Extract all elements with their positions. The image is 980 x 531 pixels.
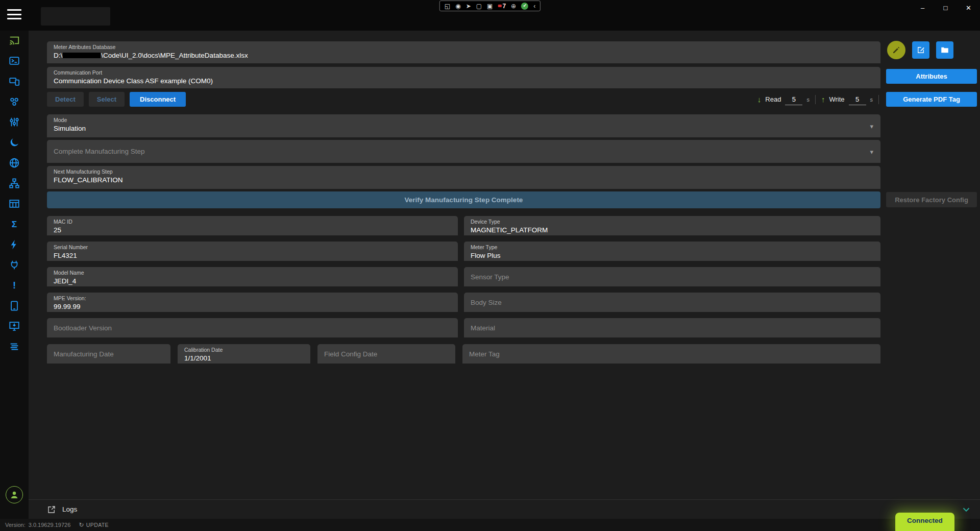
terminal-icon[interactable]: [9, 55, 20, 66]
manufacturing-date-field[interactable]: Manufacturing Date: [47, 344, 170, 364]
detect-button[interactable]: Detect: [47, 92, 84, 107]
cluster-icon[interactable]: [9, 96, 20, 107]
shape-icon[interactable]: ▢: [476, 3, 482, 9]
hierarchy-icon[interactable]: [9, 178, 20, 189]
mpe-version-value: 99.99.99: [54, 302, 451, 311]
chevron-down-icon: ▾: [870, 148, 873, 155]
device-frame-icon[interactable]: [9, 300, 20, 311]
connection-status-badge[interactable]: Connected: [895, 513, 954, 531]
sliders-icon[interactable]: [9, 116, 20, 128]
meter-type-field[interactable]: Meter Type Flow Plus: [464, 242, 880, 261]
check-icon[interactable]: ✔: [521, 3, 528, 10]
calibration-date-label: Calibration Date: [184, 347, 304, 353]
browse-folder-button[interactable]: [936, 41, 953, 59]
field-config-date-field[interactable]: Field Config Date: [317, 344, 455, 364]
account-button[interactable]: [6, 486, 23, 503]
account-icon: [8, 489, 20, 501]
sigma-icon[interactable]: Σ: [9, 219, 20, 230]
camera-icon[interactable]: ◉: [455, 3, 460, 9]
close-button[interactable]: ✕: [957, 0, 980, 15]
logs-label: Logs: [62, 505, 77, 513]
bootloader-version-label: Bootloader Version: [54, 324, 112, 332]
timer-icon[interactable]: 7: [498, 3, 506, 9]
mpe-version-field[interactable]: MPE Version: 99.99.99: [47, 293, 458, 312]
meter-attributes-database-field[interactable]: Meter Attributes Database D:\\Code\UI_2.…: [47, 41, 880, 63]
body-size-field[interactable]: Body Size: [464, 293, 880, 312]
communication-port-field[interactable]: Communication Port Communication Device …: [47, 67, 880, 88]
generate-pdf-tag-button[interactable]: Generate PDF Tag: [886, 92, 977, 107]
globe-icon[interactable]: [9, 157, 20, 168]
read-interval-input[interactable]: 5: [785, 94, 802, 105]
redaction-box: [63, 53, 101, 58]
meter-type-label: Meter Type: [471, 244, 874, 251]
next-manufacturing-step-value: FLOW_CALIBRATION: [54, 176, 874, 184]
window-controls: – □ ✕: [911, 0, 980, 15]
sensor-type-field[interactable]: Sensor Type: [464, 267, 880, 286]
model-name-field[interactable]: Model Name JEDI_4: [47, 267, 458, 286]
divider: [878, 95, 879, 104]
write-interval-input[interactable]: 5: [849, 94, 866, 105]
maximize-button[interactable]: □: [934, 0, 957, 15]
edit-pencil-button[interactable]: [887, 41, 905, 59]
attributes-button[interactable]: Attributes: [886, 69, 977, 84]
next-manufacturing-step-field[interactable]: Next Manufacturing Step FLOW_CALIBRATION: [47, 166, 880, 189]
update-button[interactable]: ↻ UPDATE: [79, 521, 109, 528]
mac-id-value: 25: [54, 226, 451, 234]
chevron-down-icon: ▾: [870, 122, 873, 130]
screen-share-icon[interactable]: ◱: [445, 3, 450, 9]
device-type-field[interactable]: Device Type MAGNETIC_PLATFORM: [464, 216, 880, 235]
logs-collapse-button[interactable]: [961, 504, 972, 515]
capture-toolbar: ◱ ◉ ➤ ▢ ▣ 7 ⊕ ✔ ‹: [439, 1, 541, 11]
alert-icon[interactable]: !: [9, 280, 20, 291]
menu-button[interactable]: [7, 9, 21, 19]
material-field[interactable]: Material: [464, 318, 880, 337]
cast-icon[interactable]: [9, 35, 20, 46]
update-label: UPDATE: [86, 522, 109, 528]
calibration-date-field[interactable]: Calibration Date 1/1/2001: [178, 344, 310, 364]
manufacturing-date-label: Manufacturing Date: [54, 350, 114, 358]
mode-select[interactable]: Mode Simulation ▾: [47, 114, 880, 137]
edit-database-button[interactable]: [912, 41, 929, 59]
meter-tag-field[interactable]: Meter Tag: [462, 344, 880, 364]
model-name-value: JEDI_4: [54, 277, 451, 285]
chevron-left-icon[interactable]: ‹: [533, 3, 535, 9]
pointer-icon[interactable]: ➤: [466, 3, 471, 9]
complete-manufacturing-step-label: Complete Manufacturing Step: [54, 148, 145, 155]
restore-factory-config-button[interactable]: Restore Factory Config: [886, 192, 977, 207]
verify-manufacturing-step-button[interactable]: Verify Manufacturing Step Complete: [47, 191, 880, 208]
calibration-date-value: 1/1/2001: [184, 354, 304, 363]
logs-bar: Logs: [29, 500, 980, 519]
pencil-icon: [892, 45, 901, 55]
monitor-download-icon[interactable]: [9, 321, 20, 332]
mode-value: Simulation: [54, 124, 874, 133]
serial-number-field[interactable]: Serial Number FL4321: [47, 242, 458, 261]
select-button[interactable]: Select: [89, 92, 125, 107]
mac-id-field[interactable]: MAC ID 25: [47, 216, 458, 235]
bolt-icon[interactable]: [9, 239, 20, 250]
meter-type-value: Flow Plus: [471, 251, 874, 260]
open-in-new-icon: [47, 505, 56, 514]
sidebar: Σ !: [0, 31, 29, 519]
write-label: Write: [829, 95, 844, 103]
main-content: Meter Attributes Database D:\\Code\UI_2.…: [29, 31, 980, 519]
connector-icon[interactable]: [9, 259, 20, 271]
moon-icon[interactable]: [9, 137, 20, 148]
monitor-icon[interactable]: ▣: [487, 3, 493, 9]
read-label: Read: [765, 95, 781, 103]
arrow-down-icon: ↓: [757, 95, 762, 104]
devices-icon[interactable]: [9, 76, 20, 87]
titlebar: ◱ ◉ ➤ ▢ ▣ 7 ⊕ ✔ ‹ – □ ✕: [0, 0, 980, 31]
read-unit: s: [806, 96, 810, 103]
complete-manufacturing-step-select[interactable]: Complete Manufacturing Step ▾: [47, 140, 880, 163]
write-unit: s: [870, 96, 873, 103]
accessibility-icon[interactable]: ⊕: [511, 3, 516, 9]
layers-icon[interactable]: [9, 341, 20, 352]
disconnect-button[interactable]: Disconnect: [130, 92, 186, 107]
mode-label: Mode: [54, 117, 874, 124]
app-title-redacted: [41, 7, 110, 26]
version-number: 3.0.19629.19726: [29, 522, 71, 528]
table-icon[interactable]: [9, 198, 20, 209]
open-logs-button[interactable]: [47, 505, 56, 514]
minimize-button[interactable]: –: [911, 0, 934, 15]
bootloader-version-field[interactable]: Bootloader Version: [47, 318, 458, 337]
